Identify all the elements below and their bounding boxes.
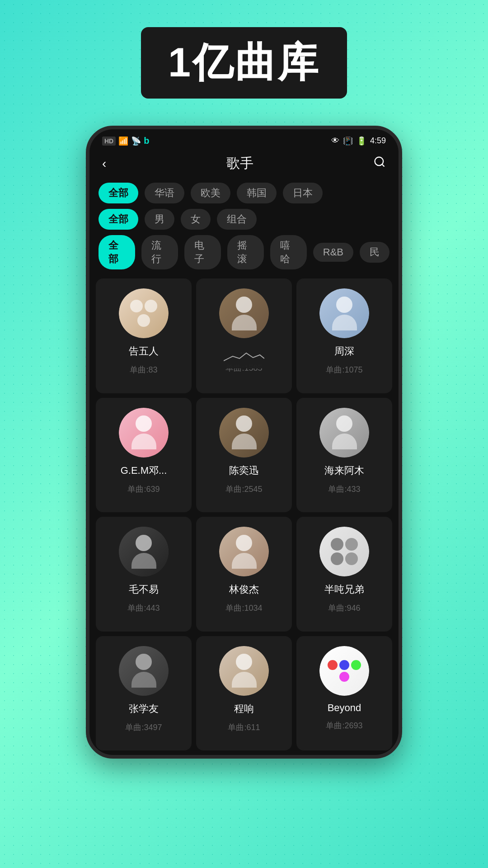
vibrate-icon: 📳 [343,136,353,146]
app-icon-b: b [144,136,149,146]
filter-hiphop[interactable]: 嘻哈 [270,235,307,269]
filter-row-gender: 全部 男 女 组合 [99,209,389,230]
artist-name-beyond: Beyond [328,702,361,714]
artist-count-chengxiang: 单曲:611 [228,722,260,733]
phone-mockup: HD 📶 📡 b 👁 📳 🔋 4:59 ‹ 歌手 [86,126,402,759]
artist-name-zhanxueyou: 张学友 [129,702,159,716]
artist-avatar-maobuyi [119,527,169,576]
artist-avatar-linjunjie [219,527,269,576]
hd-badge: HD [102,137,116,146]
filter-japanese[interactable]: 日本 [283,183,323,203]
title-banner: 1亿曲库 [141,27,347,99]
filter-more[interactable]: 民 [360,242,389,263]
artist-card-banduniongdi[interactable]: 半吨兄弟 单曲:946 [296,517,392,632]
artist-card-hailaiaму[interactable]: 海来阿木 单曲:433 [296,398,392,513]
artist-avatar-gem [119,408,169,458]
artist-count-zhanxueyou: 单曲:3497 [125,722,162,733]
artist-avatar-chengxiang [219,646,269,696]
filter-western[interactable]: 欧美 [191,183,230,203]
search-button[interactable] [373,156,386,171]
filter-all-region[interactable]: 全部 [99,183,138,203]
battery-icon: 🔋 [357,136,366,146]
time-display: 4:59 [370,136,386,146]
header: ‹ 歌手 [89,150,399,178]
signal-icon: 📶 [118,136,128,146]
wifi-icon: 📡 [131,136,141,146]
artist-avatar-gaowuren [119,288,169,338]
artist-name-linjunjie: 林俊杰 [229,583,259,596]
eye-icon: 👁 [331,136,339,146]
artist-avatar-chenyixun [219,408,269,458]
artist-card-unknown[interactable]: ... 单曲:1585 [196,278,292,393]
svg-line-1 [382,164,384,166]
artist-avatar-beyond [319,646,369,696]
artist-name-banduniongdi: 半吨兄弟 [324,583,364,596]
artist-card-maobuyi[interactable]: 毛不易 单曲:443 [96,517,192,632]
filter-group[interactable]: 组合 [217,209,257,230]
filter-all-gender[interactable]: 全部 [99,209,138,230]
artist-name-hailaiamu: 海来阿木 [324,464,364,477]
back-button[interactable]: ‹ [102,156,106,171]
filter-male[interactable]: 男 [145,209,174,230]
artist-card-linjunjie[interactable]: 林俊杰 单曲:1034 [196,517,292,632]
artist-grid: 告五人 单曲:83 . [89,274,399,755]
tooltip-popup [216,346,272,368]
filter-chinese[interactable]: 华语 [145,183,184,203]
filter-all-genre[interactable]: 全部 [99,235,135,269]
filter-row-genre: 全部 流行 电子 摇滚 嘻哈 R&B 民 [99,235,389,269]
filter-rock[interactable]: 摇滚 [227,235,264,269]
artist-avatar-unknown [219,288,269,338]
artist-count-beyond: 单曲:2693 [326,720,362,731]
filter-electronic[interactable]: 电子 [184,235,221,269]
status-bar: HD 📶 📡 b 👁 📳 🔋 4:59 [89,129,399,150]
filters-container: 全部 华语 欧美 韩国 日本 全部 男 女 组合 全部 流行 电子 摇滚 嘻哈 … [89,178,399,274]
artist-count-banduniongdi: 单曲:946 [328,603,360,613]
artist-name-zhoushen: 周深 [334,344,354,358]
filter-korean[interactable]: 韩国 [237,183,277,203]
artist-name-chenyixun: 陈奕迅 [229,464,259,477]
artist-card-beyond[interactable]: Beyond 单曲:2693 [296,636,392,751]
artist-count-gem: 单曲:639 [127,484,160,495]
artist-count-linjunjie: 单曲:1034 [225,603,262,613]
artist-avatar-zhanxueyou [119,646,169,696]
artist-name-maobuyi: 毛不易 [129,583,159,596]
artist-card-gem[interactable]: G.E.M邓... 单曲:639 [96,398,192,513]
page-title: 歌手 [226,154,253,173]
artist-card-gaowuren[interactable]: 告五人 单曲:83 [96,278,192,393]
artist-count-maobuyi: 单曲:443 [127,603,160,613]
filter-rnb[interactable]: R&B [313,243,353,262]
artist-card-zhanxueyou[interactable]: 张学友 单曲:3497 [96,636,192,751]
artist-card-zhoushen[interactable]: 周深 单曲:1075 [296,278,392,393]
filter-female[interactable]: 女 [181,209,211,230]
artist-avatar-zhoushen [319,288,369,338]
artist-count-chenyixun: 单曲:2545 [225,484,262,495]
artist-count-gaowuren: 单曲:83 [130,364,157,375]
artist-name-gaowuren: 告五人 [129,344,159,358]
svg-point-0 [375,157,383,166]
filter-row-region: 全部 华语 欧美 韩国 日本 [99,183,389,203]
artist-name-gem: G.E.M邓... [121,464,167,477]
artist-count-zhoushen: 单曲:1075 [326,364,362,375]
app-title: 1亿曲库 [168,35,320,90]
filter-pop[interactable]: 流行 [141,235,178,269]
artist-card-chenyixun[interactable]: 陈奕迅 单曲:2545 [196,398,292,513]
artist-count-hailaiamu: 单曲:433 [328,484,360,495]
artist-avatar-hailaiamu [319,408,369,458]
artist-name-chengxiang: 程响 [234,702,254,716]
artist-avatar-banduniongdi [319,527,369,576]
artist-card-chengxiang[interactable]: 程响 单曲:611 [196,636,292,751]
